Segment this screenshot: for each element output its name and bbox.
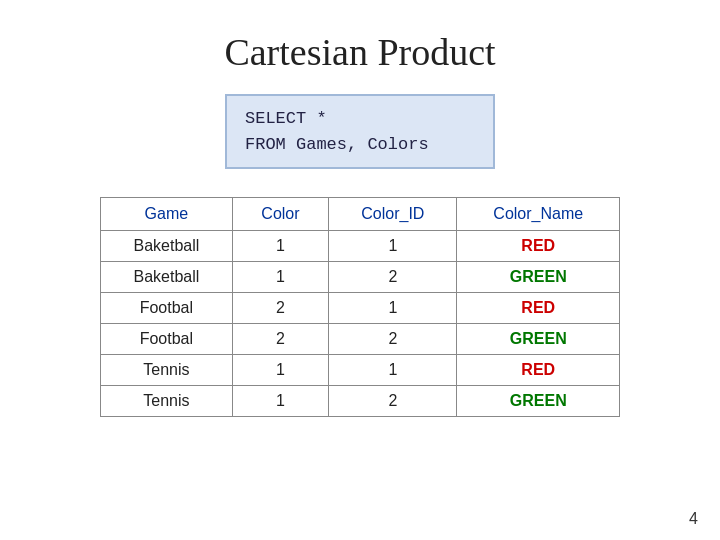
cell-game: Tennis (101, 386, 233, 417)
table-row: Baketball11RED (101, 231, 620, 262)
cell-color: 2 (232, 324, 328, 355)
cell-color-name: RED (457, 293, 620, 324)
cell-game: Baketball (101, 231, 233, 262)
cell-color-id: 2 (329, 324, 457, 355)
cell-color: 2 (232, 293, 328, 324)
cell-game: Footbal (101, 293, 233, 324)
sql-line-2: FROM Games, Colors (245, 132, 475, 158)
cell-game: Tennis (101, 355, 233, 386)
cell-color-name: GREEN (457, 324, 620, 355)
cell-color: 1 (232, 231, 328, 262)
col-header-color-name: Color_Name (457, 198, 620, 231)
col-header-color-id: Color_ID (329, 198, 457, 231)
cell-color-name: RED (457, 355, 620, 386)
page-number: 4 (689, 510, 698, 528)
table-header-row: Game Color Color_ID Color_Name (101, 198, 620, 231)
cell-color: 1 (232, 386, 328, 417)
col-header-color: Color (232, 198, 328, 231)
cell-game: Baketball (101, 262, 233, 293)
cartesian-table-container: Game Color Color_ID Color_Name Baketball… (100, 197, 620, 417)
table-row: Tennis12GREEN (101, 386, 620, 417)
table-row: Baketball12GREEN (101, 262, 620, 293)
cell-game: Footbal (101, 324, 233, 355)
cell-color-id: 1 (329, 293, 457, 324)
cell-color-id: 1 (329, 231, 457, 262)
cell-color: 1 (232, 262, 328, 293)
page-title: Cartesian Product (0, 0, 720, 94)
sql-line-1: SELECT * (245, 106, 475, 132)
table-row: Footbal21RED (101, 293, 620, 324)
cell-color-name: RED (457, 231, 620, 262)
cell-color-id: 2 (329, 386, 457, 417)
col-header-game: Game (101, 198, 233, 231)
cell-color-name: GREEN (457, 262, 620, 293)
table-row: Footbal22GREEN (101, 324, 620, 355)
cell-color: 1 (232, 355, 328, 386)
table-row: Tennis11RED (101, 355, 620, 386)
cell-color-name: GREEN (457, 386, 620, 417)
cartesian-table: Game Color Color_ID Color_Name Baketball… (100, 197, 620, 417)
sql-code-box: SELECT * FROM Games, Colors (225, 94, 495, 169)
cell-color-id: 2 (329, 262, 457, 293)
cell-color-id: 1 (329, 355, 457, 386)
